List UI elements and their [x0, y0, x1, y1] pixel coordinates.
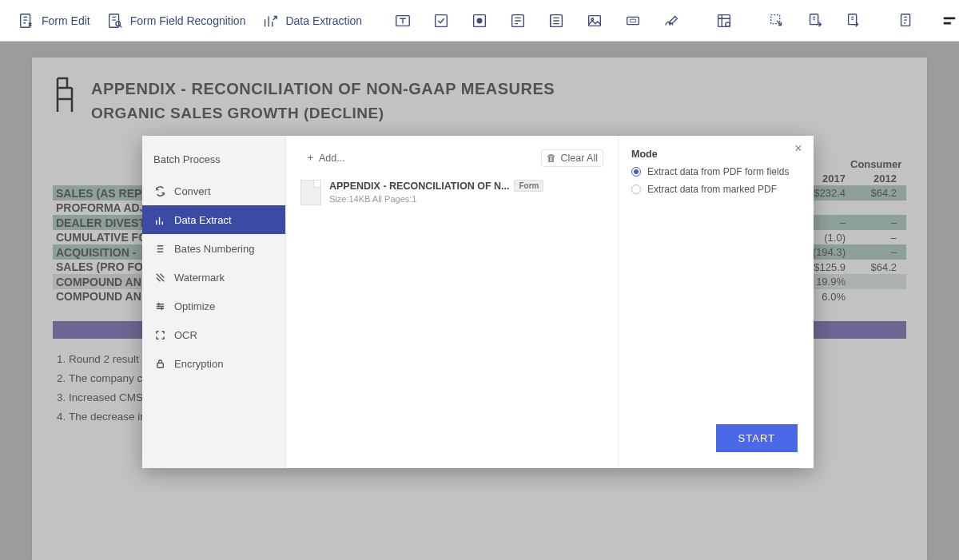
ocr-icon — [153, 328, 166, 341]
bates-icon — [153, 242, 166, 255]
top-toolbar: Form Edit Form Field Recognition Data Ex… — [0, 0, 959, 42]
form-edit-button[interactable]: Form Edit — [11, 7, 95, 34]
file-type-tag: Form — [514, 180, 543, 192]
combo-box-button[interactable] — [501, 6, 535, 36]
form-field-recognition-label: Form Field Recognition — [130, 14, 246, 27]
svg-rect-19 — [157, 363, 163, 367]
text-field-button[interactable] — [386, 6, 420, 36]
reset-form-button[interactable] — [889, 6, 923, 36]
checkbox-icon — [429, 9, 453, 33]
reset-form-icon — [894, 9, 918, 33]
form-field-recognition-button[interactable]: Form Field Recognition — [100, 7, 251, 34]
text-field-icon — [391, 9, 415, 33]
button-field-icon — [621, 9, 645, 33]
align-horizontal-dropdown[interactable] — [942, 14, 959, 28]
import-icon — [803, 9, 827, 33]
data-extraction-icon — [260, 10, 281, 31]
sidebar-item-bates[interactable]: Bates Numbering — [142, 234, 285, 263]
sidebar-item-optimize[interactable]: Optimize — [142, 292, 285, 320]
data-extraction-button[interactable]: Data Extraction — [255, 7, 367, 34]
form-properties-icon — [712, 9, 736, 33]
combo-box-icon — [506, 9, 530, 33]
svg-rect-11 — [627, 17, 639, 24]
plus-icon: ＋ — [305, 151, 316, 165]
mode-title: Mode — [631, 149, 801, 160]
signature-field-button[interactable] — [655, 6, 688, 36]
batch-sidebar: Batch Process Convert Data Extract Bates… — [142, 136, 286, 468]
svg-rect-4 — [436, 14, 448, 26]
sidebar-item-label: Optimize — [174, 300, 215, 312]
batch-sidebar-title: Batch Process — [142, 147, 285, 177]
sidebar-item-label: Data Extract — [174, 214, 232, 226]
image-field-button[interactable] — [578, 6, 611, 36]
radio-checked-icon — [631, 167, 641, 177]
radio-button-tool[interactable] — [463, 6, 496, 36]
mode-option-form-fields[interactable]: Extract data from PDF form fields — [631, 166, 801, 177]
mode-option-marked-pdf[interactable]: Extract data from marked PDF — [631, 184, 801, 195]
svg-point-6 — [477, 18, 482, 23]
trash-icon: 🗑 — [547, 153, 557, 164]
batch-options-panel: Mode Extract data from PDF form fields E… — [619, 136, 814, 468]
form-edit-icon — [16, 10, 37, 31]
form-field-recognition-icon — [105, 10, 125, 31]
svg-point-2 — [116, 21, 121, 25]
export-icon — [842, 9, 865, 33]
sidebar-item-label: Watermark — [174, 272, 225, 284]
svg-rect-12 — [630, 19, 635, 22]
batch-file-area: ＋ Add... 🗑 Clear All APPENDIX - RECONCIL… — [286, 136, 619, 468]
sidebar-item-label: OCR — [174, 329, 197, 341]
checkbox-button[interactable] — [424, 6, 458, 36]
export-data-button[interactable] — [837, 6, 870, 36]
file-name: APPENDIX - RECONCILIATION OF N... — [329, 181, 509, 192]
file-entry[interactable]: APPENDIX - RECONCILIATION OF N... Form S… — [300, 175, 603, 210]
optimize-icon — [153, 300, 166, 312]
file-meta: Size:14KB All Pages:1 — [329, 194, 543, 204]
add-file-button[interactable]: ＋ Add... — [300, 149, 350, 167]
sidebar-item-convert[interactable]: Convert — [142, 177, 285, 205]
batch-process-dialog: × Batch Process Convert Data Extract Bat… — [142, 136, 814, 468]
radio-icon — [468, 9, 491, 33]
clear-all-label: Clear All — [560, 153, 598, 164]
clear-all-button[interactable]: 🗑 Clear All — [541, 149, 603, 167]
select-fields-icon — [765, 9, 789, 33]
mode-option-label: Extract data from marked PDF — [647, 184, 777, 195]
sidebar-item-watermark[interactable]: Watermark — [142, 263, 285, 292]
sidebar-item-label: Convert — [174, 185, 211, 197]
mode-option-label: Extract data from PDF form fields — [647, 166, 789, 177]
form-properties-button[interactable] — [707, 6, 741, 36]
sidebar-item-ocr[interactable]: OCR — [142, 320, 285, 349]
list-box-button[interactable] — [539, 6, 573, 36]
sidebar-item-data-extract[interactable]: Data Extract — [142, 205, 285, 234]
add-file-label: Add... — [319, 153, 345, 164]
sidebar-item-encryption[interactable]: Encryption — [142, 349, 285, 378]
svg-rect-9 — [589, 15, 601, 26]
sidebar-item-label: Encryption — [174, 358, 223, 370]
file-thumb-icon — [300, 180, 321, 205]
data-extract-icon — [153, 213, 166, 226]
data-extraction-label: Data Extraction — [285, 14, 362, 27]
sidebar-item-label: Bates Numbering — [174, 243, 254, 255]
start-button[interactable]: START — [716, 424, 798, 452]
lock-icon — [153, 357, 166, 370]
radio-unchecked-icon — [631, 185, 641, 194]
signature-icon — [659, 9, 683, 33]
svg-point-14 — [726, 22, 730, 26]
convert-icon — [153, 185, 166, 197]
import-data-button[interactable] — [798, 6, 832, 36]
button-field-button[interactable] — [616, 6, 650, 36]
select-fields-button[interactable] — [760, 6, 794, 36]
form-edit-label: Form Edit — [42, 14, 90, 27]
image-icon — [583, 9, 607, 33]
watermark-icon — [153, 271, 166, 284]
list-box-icon — [544, 9, 568, 33]
